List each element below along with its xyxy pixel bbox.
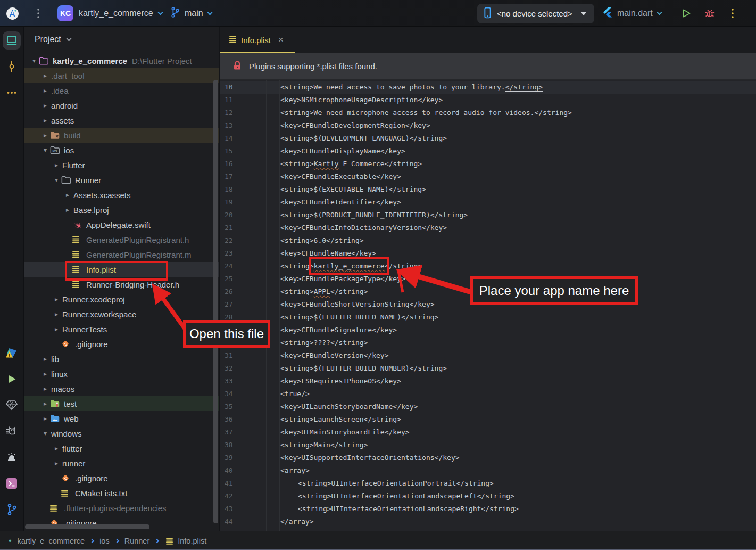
tree-item-build[interactable]: ▸build — [24, 128, 219, 143]
tree-item-lib[interactable]: ▸lib — [24, 351, 219, 366]
code-line-29[interactable]: 29<key>CFBundleSignature</key> — [220, 324, 756, 336]
code-line-34[interactable]: 34<true/> — [220, 388, 756, 400]
tree-item-runner-bridging-header-h[interactable]: Runner-Bridging-Header.h — [24, 277, 219, 292]
breadcrumb-item-kartly-e-commerce[interactable]: kartly_e_commerce — [18, 537, 85, 545]
chevron-collapsed-icon[interactable]: ▸ — [40, 87, 50, 94]
breadcrumb-item-runner[interactable]: Runner — [124, 537, 150, 545]
tree-horizontal-scrollbar[interactable] — [25, 524, 149, 529]
tree-item-test[interactable]: ▸test — [24, 396, 219, 411]
chevron-collapsed-icon[interactable]: ▸ — [52, 445, 61, 452]
tree-item-runner[interactable]: ▸runner — [24, 456, 219, 471]
chevron-collapsed-icon[interactable]: ▸ — [40, 415, 50, 422]
tree-item-appdelegate-swift[interactable]: AppDelegate.swift — [24, 217, 219, 232]
chevron-collapsed-icon[interactable]: ▸ — [40, 117, 50, 124]
chevron-collapsed-icon[interactable]: ▸ — [40, 370, 50, 377]
tree-item-runner-xcodeproj[interactable]: ▸Runner.xcodeproj — [24, 292, 219, 307]
chevron-expanded-icon[interactable]: ▾ — [40, 430, 50, 437]
code-line-10[interactable]: 10<string>We need access to save photos … — [220, 81, 756, 94]
breadcrumb-item-ios[interactable]: ios — [99, 537, 110, 545]
code-line-11[interactable]: 11<key>NSMicrophoneUsageDescription</key… — [220, 94, 756, 106]
code-line-41[interactable]: 41<string>UIInterfaceOrientationPortrait… — [220, 477, 756, 490]
code-line-36[interactable]: 36<string>LaunchScreen</string> — [220, 413, 756, 426]
code-line-44[interactable]: 44</array> — [220, 515, 756, 528]
chevron-collapsed-icon[interactable]: ▸ — [40, 400, 50, 407]
tree-item-kartly-e-commerce[interactable]: ▾kartly_e_commerceD:\Flutter Project — [24, 53, 219, 68]
activity-logcat-icon[interactable] — [3, 422, 21, 440]
more-actions-kebab-icon[interactable] — [728, 7, 737, 19]
code-line-42[interactable]: 42<string>UIInterfaceOrientationLandscap… — [220, 490, 756, 503]
chevron-collapsed-icon[interactable]: ▸ — [52, 459, 61, 467]
tree-item-cmakelists-txt[interactable]: CMakeLists.txt — [24, 486, 219, 500]
code-line-20[interactable]: 20<string>$(PRODUCT_BUNDLE_IDENTIFIER)</… — [220, 209, 756, 221]
activity-git-branch-icon[interactable] — [3, 500, 21, 519]
tree-item-linux[interactable]: ▸linux — [24, 366, 219, 381]
project-selector[interactable]: kartly_e_commerce — [79, 0, 162, 27]
chevron-collapsed-icon[interactable]: ▸ — [40, 132, 50, 139]
android-studio-logo-icon[interactable] — [6, 7, 19, 20]
tree-item-generatedpluginregistrant-m[interactable]: GeneratedPluginRegistrant.m — [24, 247, 219, 262]
activity-dart-warning-icon[interactable] — [3, 344, 21, 362]
tree-item-android[interactable]: ▸android — [24, 98, 219, 113]
chevron-collapsed-icon[interactable]: ▸ — [40, 102, 50, 109]
activity-alert-icon[interactable] — [3, 448, 21, 466]
code-line-12[interactable]: 12<string>We need microphone access to r… — [220, 106, 756, 119]
project-panel-header[interactable]: Project — [24, 27, 219, 52]
tree-item-gitignore[interactable]: .gitignore — [24, 471, 219, 486]
tree-item-info-plist[interactable]: Info.plist — [24, 262, 219, 277]
code-line-28[interactable]: 28<string>$(FLUTTER_BUILD_NAME)</string> — [220, 311, 756, 324]
tree-item-ios[interactable]: ▾iosios — [24, 143, 219, 158]
chevron-expanded-icon[interactable]: ▾ — [29, 57, 39, 64]
vcs-branch-selector[interactable]: main — [170, 0, 212, 27]
tree-item-flutter[interactable]: ▸flutter — [24, 441, 219, 456]
code-line-16[interactable]: 16<string>Kartly E Commerce</string> — [220, 158, 756, 170]
code-line-40[interactable]: 40<array> — [220, 464, 756, 477]
tree-vertical-scrollbar[interactable] — [213, 80, 218, 523]
tree-item-dart-tool[interactable]: ▸.dart_tool — [24, 68, 219, 83]
code-line-30[interactable]: 30<string>????</string> — [220, 336, 756, 349]
code-line-39[interactable]: 39<key>UISupportedInterfaceOrientations<… — [220, 452, 756, 464]
tree-item-assets[interactable]: ▸assets — [24, 113, 219, 128]
code-line-14[interactable]: 14<string>$(DEVELOPMENT_LANGUAGE)</strin… — [220, 132, 756, 145]
code-line-22[interactable]: 22<string>6.0</string> — [220, 234, 756, 247]
tree-item-base-lproj[interactable]: ▸Base.lproj — [24, 202, 219, 217]
device-selector[interactable]: <no device selected> — [477, 4, 594, 23]
code-line-13[interactable]: 13<key>CFBundleDevelopmentRegion</key> — [220, 119, 756, 132]
code-line-35[interactable]: 35<key>UILaunchStoryboardName</key> — [220, 400, 756, 413]
tree-item-flutter[interactable]: ▸Flutter — [24, 158, 219, 173]
plugin-suggestion-banner[interactable]: Plugins supporting *.plist files found. — [220, 53, 756, 80]
code-line-43[interactable]: 43<string>UIInterfaceOrientationLandscap… — [220, 503, 756, 515]
activity-run-icon[interactable] — [3, 370, 21, 388]
code-line-32[interactable]: 32<string>$(FLUTTER_BUILD_NUMBER)</strin… — [220, 362, 756, 375]
debug-button[interactable] — [704, 7, 716, 19]
activity-gem-icon[interactable] — [3, 396, 21, 414]
code-line-38[interactable]: 38<string>Main</string> — [220, 439, 756, 452]
chevron-expanded-icon[interactable]: ▾ — [40, 146, 50, 154]
activity-terminal-icon[interactable] — [3, 474, 21, 492]
tree-item-runner[interactable]: ▾Runner — [24, 173, 219, 187]
code-line-37[interactable]: 37<key>UIMainStoryboardFile</key> — [220, 426, 756, 439]
code-editor[interactable]: 10<string>We need access to save photos … — [220, 80, 756, 531]
tree-item-macos[interactable]: ▸macos — [24, 381, 219, 396]
code-line-24[interactable]: 24<string>kartly_e_commerce</string> — [220, 260, 756, 273]
tree-item-runner-xcworkspace[interactable]: ▸Runner.xcworkspace — [24, 307, 219, 322]
chevron-collapsed-icon[interactable]: ▸ — [40, 385, 50, 392]
code-line-15[interactable]: 15<key>CFBundleDisplayName</key> — [220, 145, 756, 158]
project-avatar[interactable]: KC — [57, 5, 73, 21]
chevron-collapsed-icon[interactable]: ▸ — [40, 355, 50, 363]
chevron-collapsed-icon[interactable]: ▸ — [52, 295, 61, 303]
activity-more-icon[interactable] — [3, 84, 21, 102]
chevron-collapsed-icon[interactable]: ▸ — [52, 161, 61, 169]
kebab-menu-icon[interactable] — [34, 7, 43, 19]
activity-laptop-icon[interactable] — [3, 31, 21, 50]
code-line-19[interactable]: 19<key>CFBundleIdentifier</key> — [220, 196, 756, 209]
chevron-collapsed-icon[interactable]: ▸ — [52, 325, 61, 333]
tree-item-generatedpluginregistrant-h[interactable]: GeneratedPluginRegistrant.h — [24, 232, 219, 247]
chevron-collapsed-icon[interactable]: ▸ — [63, 191, 72, 199]
run-configuration-selector[interactable]: main.dart — [602, 0, 661, 27]
code-line-18[interactable]: 18<string>$(EXECUTABLE_NAME)</string> — [220, 183, 756, 196]
chevron-collapsed-icon[interactable]: ▸ — [52, 310, 61, 318]
code-line-21[interactable]: 21<key>CFBundleInfoDictionaryVersion</ke… — [220, 221, 756, 234]
tree-item-web[interactable]: ▸web — [24, 411, 219, 426]
close-icon[interactable]: × — [278, 35, 284, 45]
chevron-collapsed-icon[interactable]: ▸ — [63, 206, 72, 214]
